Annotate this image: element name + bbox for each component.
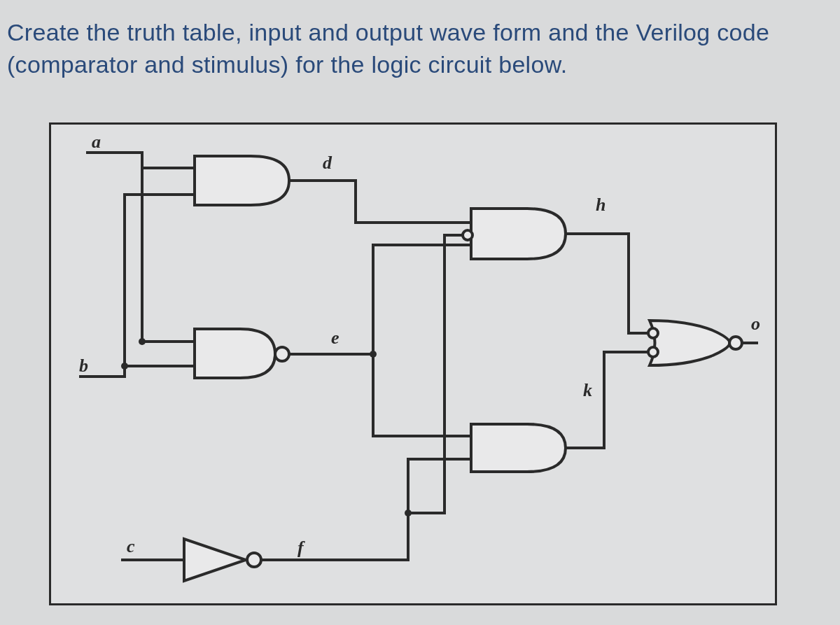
question-text: Create the truth table, input and output… [7, 17, 826, 81]
svg-point-5 [247, 553, 261, 567]
svg-point-0 [121, 363, 128, 370]
diagram-container: a b c d e f h k o g1 g2 g3 g4 g5 g6 [49, 122, 777, 605]
svg-point-6 [463, 230, 472, 240]
svg-point-9 [729, 337, 742, 349]
logic-diagram: a b c d e f h k o g1 g2 g3 g4 g5 g6 [49, 122, 777, 605]
question-line1: Create the truth table, input and output… [7, 19, 769, 45]
svg-point-8 [648, 347, 658, 357]
page: Create the truth table, input and output… [0, 0, 840, 625]
question-line2: (comparator and stimulus) for the logic … [7, 51, 567, 78]
svg-point-7 [648, 328, 658, 338]
svg-point-3 [405, 510, 412, 517]
svg-point-4 [275, 347, 289, 361]
svg-point-1 [139, 338, 146, 345]
circuit-svg [51, 125, 775, 603]
svg-point-2 [370, 351, 377, 358]
